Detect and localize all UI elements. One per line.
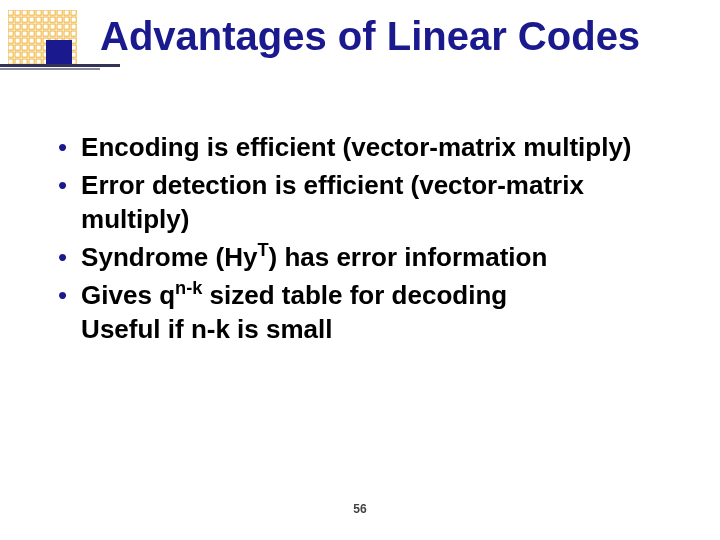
svg-rect-1 bbox=[15, 10, 20, 15]
svg-rect-27 bbox=[57, 24, 62, 29]
svg-rect-64 bbox=[36, 52, 41, 57]
svg-rect-42 bbox=[22, 38, 27, 43]
svg-rect-17 bbox=[57, 17, 62, 22]
svg-rect-19 bbox=[71, 17, 76, 22]
svg-rect-32 bbox=[22, 31, 27, 36]
svg-rect-52 bbox=[22, 45, 27, 50]
svg-rect-20 bbox=[8, 24, 13, 29]
svg-rect-14 bbox=[36, 17, 41, 22]
bullet-marker-icon: • bbox=[58, 240, 67, 274]
svg-rect-4 bbox=[36, 10, 41, 15]
svg-rect-11 bbox=[15, 17, 20, 22]
svg-rect-30 bbox=[8, 31, 13, 36]
svg-rect-61 bbox=[15, 52, 20, 57]
svg-rect-38 bbox=[64, 31, 69, 36]
svg-rect-10 bbox=[8, 17, 13, 22]
svg-rect-33 bbox=[29, 31, 34, 36]
svg-rect-43 bbox=[29, 38, 34, 43]
svg-rect-15 bbox=[43, 17, 48, 22]
bullet-marker-icon: • bbox=[58, 130, 67, 164]
bullet-item: •Syndrome (HyT) has error information bbox=[58, 240, 680, 274]
page-number: 56 bbox=[0, 502, 720, 516]
svg-rect-26 bbox=[50, 24, 55, 29]
svg-rect-35 bbox=[43, 31, 48, 36]
bullet-text: Error detection is efficient (vector-mat… bbox=[81, 168, 680, 236]
svg-rect-24 bbox=[36, 24, 41, 29]
bullet-text: Gives qn-k sized table for decodingUsefu… bbox=[81, 278, 507, 346]
bullet-marker-icon: • bbox=[58, 278, 67, 312]
svg-rect-37 bbox=[57, 31, 62, 36]
svg-rect-3 bbox=[29, 10, 34, 15]
svg-rect-13 bbox=[29, 17, 34, 22]
slide-logo bbox=[8, 10, 80, 70]
svg-rect-34 bbox=[36, 31, 41, 36]
svg-rect-62 bbox=[22, 52, 27, 57]
title-underline bbox=[0, 64, 120, 67]
svg-rect-29 bbox=[71, 24, 76, 29]
svg-rect-12 bbox=[22, 17, 27, 22]
svg-rect-2 bbox=[22, 10, 27, 15]
bullet-item: •Encoding is efficient (vector-matrix mu… bbox=[58, 130, 680, 164]
svg-rect-40 bbox=[8, 38, 13, 43]
bullet-text: Syndrome (HyT) has error information bbox=[81, 240, 547, 274]
svg-rect-5 bbox=[43, 10, 48, 15]
svg-rect-22 bbox=[22, 24, 27, 29]
svg-rect-44 bbox=[36, 38, 41, 43]
svg-rect-18 bbox=[64, 17, 69, 22]
svg-rect-16 bbox=[50, 17, 55, 22]
svg-rect-31 bbox=[15, 31, 20, 36]
svg-rect-23 bbox=[29, 24, 34, 29]
svg-rect-36 bbox=[50, 31, 55, 36]
svg-rect-7 bbox=[57, 10, 62, 15]
svg-rect-54 bbox=[36, 45, 41, 50]
svg-rect-9 bbox=[71, 10, 76, 15]
svg-rect-60 bbox=[8, 52, 13, 57]
svg-rect-80 bbox=[46, 40, 72, 66]
svg-rect-0 bbox=[8, 10, 13, 15]
bullet-list: •Encoding is efficient (vector-matrix mu… bbox=[58, 130, 680, 350]
bullet-marker-icon: • bbox=[58, 168, 67, 202]
title-underline-shadow bbox=[0, 68, 100, 70]
svg-rect-50 bbox=[8, 45, 13, 50]
svg-rect-41 bbox=[15, 38, 20, 43]
svg-rect-51 bbox=[15, 45, 20, 50]
bullet-text: Encoding is efficient (vector-matrix mul… bbox=[81, 130, 631, 164]
svg-rect-8 bbox=[64, 10, 69, 15]
svg-rect-21 bbox=[15, 24, 20, 29]
bullet-item: •Error detection is efficient (vector-ma… bbox=[58, 168, 680, 236]
svg-rect-25 bbox=[43, 24, 48, 29]
svg-rect-53 bbox=[29, 45, 34, 50]
svg-rect-63 bbox=[29, 52, 34, 57]
svg-rect-39 bbox=[71, 31, 76, 36]
svg-rect-28 bbox=[64, 24, 69, 29]
slide-title: Advantages of Linear Codes bbox=[100, 14, 640, 59]
bullet-item: •Gives qn-k sized table for decodingUsef… bbox=[58, 278, 680, 346]
svg-rect-6 bbox=[50, 10, 55, 15]
